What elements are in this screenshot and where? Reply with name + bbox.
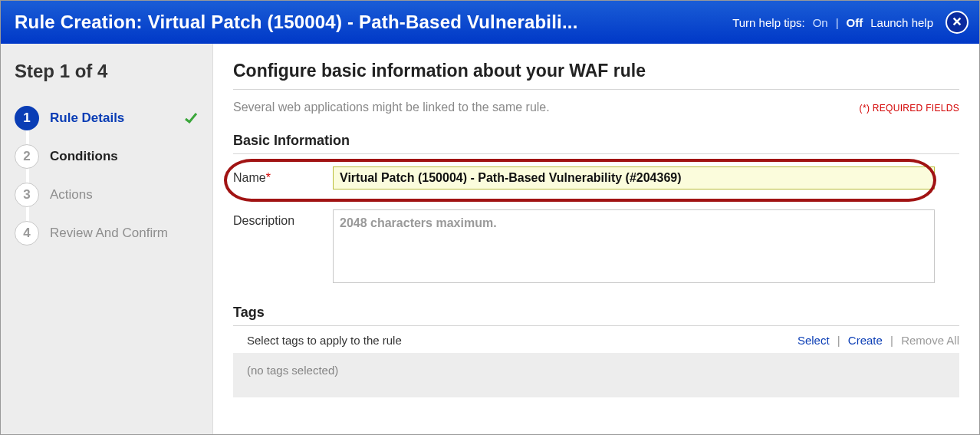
name-label-text: Name <box>233 171 266 184</box>
tags-empty-text: (no tags selected) <box>247 364 338 377</box>
step-label: Conditions <box>50 149 199 164</box>
rule-name-input[interactable] <box>333 166 935 189</box>
page-subtitle: Several web applications might be linked… <box>233 101 550 114</box>
tags-empty-box: (no tags selected) <box>233 353 959 397</box>
wizard-step-of: Step 1 of 4 <box>15 61 199 82</box>
dialog-title: Rule Creation: Virtual Patch (150004) - … <box>15 12 578 33</box>
close-button[interactable] <box>945 11 968 34</box>
description-textarea[interactable] <box>333 209 935 283</box>
help-tips-label: Turn help tips: <box>732 16 805 29</box>
wizard-sidebar: Step 1 of 4 1 Rule Details 2 Conditions … <box>1 44 213 434</box>
tags-instruction: Select tags to apply to the rule <box>233 334 402 347</box>
step-number: 4 <box>15 221 39 246</box>
wizard-steps: 1 Rule Details 2 Conditions 3 Actions 4 … <box>15 99 199 252</box>
page-title: Configure basic information about your W… <box>233 61 959 90</box>
tags-remove-all: Remove All <box>901 334 959 347</box>
sep: | <box>837 334 840 347</box>
main-panel: Configure basic information about your W… <box>213 44 979 434</box>
wizard-step-review[interactable]: 4 Review And Confirm <box>15 214 199 252</box>
required-asterisk: * <box>266 171 271 184</box>
section-basic-info: Basic Information <box>233 133 959 154</box>
wizard-step-rule-details[interactable]: 1 Rule Details <box>15 99 199 137</box>
help-tips-on[interactable]: On <box>813 16 828 29</box>
title-bar: Rule Creation: Virtual Patch (150004) - … <box>1 1 979 44</box>
description-label: Description <box>233 209 333 228</box>
step-label: Review And Confirm <box>50 226 199 241</box>
required-fields-note: (*) REQUIRED FIELDS <box>860 103 959 114</box>
close-icon <box>952 16 962 29</box>
step-number: 1 <box>15 106 39 130</box>
tags-select-link[interactable]: Select <box>797 334 830 347</box>
launch-help-link[interactable]: Launch help <box>870 16 933 29</box>
help-tips-off[interactable]: Off <box>847 16 863 29</box>
step-label: Actions <box>50 187 199 203</box>
step-number: 2 <box>15 144 39 169</box>
wizard-step-conditions[interactable]: 2 Conditions <box>15 137 199 176</box>
check-icon <box>183 110 199 126</box>
section-tags: Tags <box>233 305 959 326</box>
step-label: Rule Details <box>50 110 173 126</box>
title-bar-actions: Turn help tips: On | Off Launch help <box>732 11 968 34</box>
tips-sep: | <box>836 16 839 29</box>
tags-actions: Select | Create | Remove All <box>797 334 959 347</box>
name-label: Name* <box>233 166 333 185</box>
sep: | <box>890 334 893 347</box>
wizard-step-actions[interactable]: 3 Actions <box>15 176 199 214</box>
step-number: 3 <box>15 183 39 207</box>
tags-create-link[interactable]: Create <box>848 334 883 347</box>
